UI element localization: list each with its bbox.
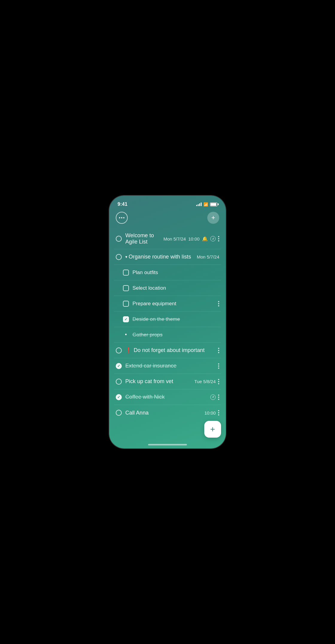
task-item: Pick up cat from vet Tue 5/8/24 (114, 374, 221, 389)
task-meta: 10:00 (204, 410, 219, 415)
more-icon[interactable] (218, 301, 219, 306)
bell-icon: 🔔 (202, 236, 208, 242)
task-content: Plan outfits (133, 270, 219, 276)
task-content: Coffee with Nick (125, 394, 210, 400)
task-label: Select location (133, 285, 166, 291)
task-item: ✓ Deside on the theme (114, 312, 221, 327)
chevron-down-icon: ▾ (125, 255, 127, 259)
task-checkbox[interactable]: • (123, 332, 129, 338)
task-checkbox[interactable]: ✓ (123, 316, 129, 322)
task-date: Tue 5/8/24 (194, 379, 216, 384)
menu-button[interactable] (116, 212, 128, 224)
task-label: Coffee with Nick (125, 394, 165, 400)
task-item: ❗ Do not forget about important (114, 343, 221, 358)
task-date: Mon 5/7/24 (163, 236, 186, 241)
checkmark-icon: ✓ (117, 395, 120, 399)
more-icon[interactable] (218, 394, 219, 400)
task-checkbox[interactable] (116, 410, 122, 416)
checkmark-icon: ✓ (117, 364, 120, 368)
fab-add-button[interactable]: + (204, 421, 221, 438)
repeat-icon (210, 394, 216, 400)
more-icon[interactable] (218, 379, 219, 384)
task-time: 10:00 (188, 236, 200, 241)
task-content: Extend car insurance (125, 363, 218, 369)
task-checkbox[interactable] (123, 270, 129, 276)
more-icon[interactable] (218, 348, 219, 353)
task-label: Prepare equipment (133, 301, 176, 307)
task-content: Gather props (133, 332, 219, 338)
task-item: ✓ Coffee with Nick (114, 389, 221, 405)
task-meta (210, 394, 219, 400)
more-icon[interactable] (218, 363, 219, 369)
status-bar: 9:41 📶 (109, 196, 226, 209)
more-icon[interactable] (218, 236, 219, 241)
task-checkbox[interactable] (116, 347, 122, 353)
task-item: Select location (114, 280, 221, 296)
task-checkbox[interactable] (116, 379, 122, 385)
dot-icon (119, 217, 120, 218)
top-bar: + (109, 209, 226, 229)
signal-icon (196, 202, 202, 206)
task-content: Pick up cat from vet (125, 378, 194, 385)
task-label: Do not forget about important (134, 347, 205, 353)
task-content: Call Anna (125, 410, 204, 416)
task-label: Deside on the theme (133, 316, 180, 322)
more-icon[interactable] (218, 410, 219, 415)
task-time: 10:00 (204, 410, 216, 415)
task-checkbox[interactable] (123, 301, 129, 307)
task-content: Welcome to Agile List (125, 232, 163, 245)
task-checkbox[interactable] (116, 254, 122, 260)
status-icons: 📶 (196, 202, 217, 207)
wifi-icon: 📶 (203, 202, 208, 207)
phone-frame: 9:41 📶 + Welcome to Ag (109, 196, 226, 448)
task-checkbox[interactable] (116, 236, 122, 242)
task-checkbox[interactable] (123, 285, 129, 291)
task-label: Plan outfits (133, 270, 158, 276)
task-label: Welcome to Agile List (125, 232, 163, 245)
task-label: Organise routine with lists (129, 254, 191, 260)
task-item: Call Anna 10:00 (114, 405, 221, 421)
task-item: • Gather props (114, 327, 221, 343)
task-meta (218, 363, 219, 369)
task-checkbox[interactable]: ✓ (116, 363, 122, 369)
checkmark-icon: ✓ (124, 317, 127, 321)
task-label: Call Anna (125, 410, 149, 416)
dot-icon (123, 217, 124, 218)
add-top-button[interactable]: + (207, 212, 219, 224)
task-label: Extend car insurance (125, 363, 176, 369)
task-checkbox[interactable]: ✓ (116, 394, 122, 400)
task-label: Pick up cat from vet (125, 378, 173, 385)
task-meta: Mon 5/7/24 (197, 254, 219, 259)
task-date: Mon 5/7/24 (197, 254, 219, 259)
task-item: Welcome to Agile List Mon 5/7/24 10:00 🔔 (114, 229, 221, 249)
task-label: Gather props (133, 332, 162, 338)
task-content: Organise routine with lists (129, 254, 197, 260)
task-item: Prepare equipment (114, 296, 221, 312)
task-item: Plan outfits (114, 265, 221, 280)
home-indicator (148, 444, 187, 445)
task-meta: Mon 5/7/24 10:00 🔔 (163, 236, 219, 242)
urgent-icon: ❗ (125, 347, 132, 354)
task-meta (218, 301, 219, 306)
task-content: Prepare equipment (133, 301, 218, 307)
status-time: 9:41 (118, 202, 127, 207)
task-content: Select location (133, 285, 219, 291)
task-item: ▾ Organise routine with lists Mon 5/7/24 (114, 249, 221, 265)
dot-icon (121, 217, 122, 218)
task-list: Welcome to Agile List Mon 5/7/24 10:00 🔔… (109, 229, 226, 421)
task-content: ❗ Do not forget about important (125, 347, 218, 354)
battery-icon (210, 202, 217, 206)
task-meta: Tue 5/8/24 (194, 379, 219, 384)
repeat-icon (210, 236, 216, 241)
task-meta (218, 348, 219, 353)
task-item: ✓ Extend car insurance (114, 358, 221, 374)
task-content: Deside on the theme (133, 316, 219, 322)
